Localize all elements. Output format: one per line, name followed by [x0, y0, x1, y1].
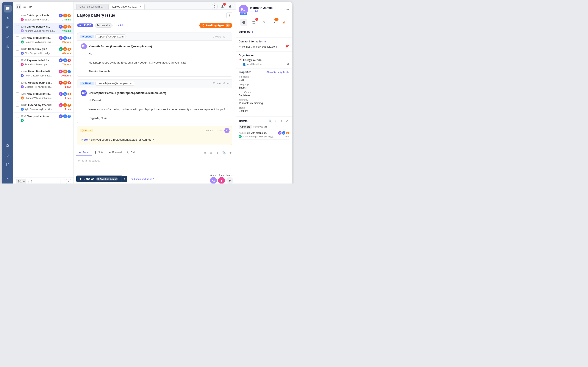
- ticket-item[interactable]: 2798 New product intro... N P 2 N: [13, 113, 74, 124]
- reply-editor[interactable]: Write a message...: [76, 157, 233, 170]
- nav-settings[interactable]: [4, 142, 12, 150]
- nav-billing[interactable]: [4, 151, 12, 159]
- kanban-view-btn[interactable]: [28, 4, 33, 9]
- attachment-btn[interactable]: 📎: [221, 150, 227, 156]
- sort-tickets-btn[interactable]: ↕: [273, 119, 278, 123]
- page-next-btn[interactable]: ›: [66, 179, 71, 184]
- expand-tickets-btn[interactable]: ⤢: [284, 119, 289, 123]
- reply-tab-forward[interactable]: Forward: [106, 150, 124, 156]
- prop-language-label: Language: [239, 83, 289, 86]
- from-text: Cameron Williamson <ca...: [25, 41, 53, 43]
- show-empty-link[interactable]: Show 5 empty fields: [266, 71, 289, 74]
- ticket-item[interactable]: 1284 Laptop battery is... K C 6 K Kennet…: [13, 23, 74, 34]
- nav-contacts[interactable]: [4, 24, 12, 32]
- msg-more-btn[interactable]: ···: [227, 82, 230, 85]
- notifications-btn[interactable]: 3: [219, 3, 225, 9]
- ticket-checkbox[interactable]: [16, 115, 19, 118]
- ticket-item[interactable]: 12849 Cancel my plan O D 5 O Ollie Dodge…: [13, 45, 74, 57]
- tag-remove-icon[interactable]: ✕: [108, 24, 111, 27]
- rp-tab-ticket[interactable]: 1: [250, 19, 258, 26]
- ticket-checkbox[interactable]: [16, 104, 19, 107]
- send-main-btn[interactable]: Send as Awaiting Agent: [76, 175, 122, 182]
- nav-back[interactable]: [4, 175, 12, 183]
- page-prev-btn[interactable]: ‹: [60, 179, 65, 184]
- ticket-checkbox[interactable]: [16, 59, 19, 62]
- add-position-icon[interactable]: [286, 62, 289, 66]
- nav-reports[interactable]: [4, 161, 12, 168]
- help-icon-btn[interactable]: ?: [212, 3, 218, 9]
- ticket-item[interactable]: 2798 Catch up call with... A S 5 S Sarah…: [13, 12, 74, 23]
- rp-tab-stats[interactable]: [281, 19, 288, 26]
- email-action-btn[interactable]: ✉: [208, 150, 214, 156]
- format-btn[interactable]: T: [215, 150, 220, 156]
- ticket-checkbox[interactable]: [16, 14, 19, 17]
- rp-more-btn[interactable]: ···: [286, 8, 289, 11]
- search-tickets-btn[interactable]: 🔍: [268, 119, 273, 123]
- contact-add-btn[interactable]: + + Add: [250, 10, 273, 13]
- technical-tag[interactable]: Technical ✕: [95, 23, 112, 28]
- ticket-item[interactable]: 12849 Updated bank det... G H 9 G Georgi…: [13, 79, 74, 90]
- ticket-item[interactable]: 12849 Demo Booked wit... H M 1 H Holly M…: [13, 68, 74, 79]
- grid-view-btn[interactable]: [16, 4, 21, 9]
- team-avatar: T: [218, 177, 225, 184]
- send-status-badge: Awaiting Agent: [96, 177, 118, 181]
- tickets-tab-open[interactable]: Open (1): [239, 125, 252, 129]
- prop-warranty-value: 11 months remaining: [239, 102, 289, 105]
- nav-chat[interactable]: [4, 5, 12, 12]
- summary-add-btn[interactable]: +: [252, 30, 254, 33]
- ticket-checkbox[interactable]: [16, 92, 19, 95]
- send-subtext[interactable]: and open next ticket ▾: [131, 177, 154, 180]
- reply-tab-email[interactable]: Email: [76, 150, 92, 156]
- agent-assign-btn[interactable]: Agent KJ: [210, 174, 217, 184]
- macro-btn[interactable]: Macro: [226, 174, 233, 184]
- status-badge[interactable]: Awaiting Agent 6: [199, 23, 232, 28]
- ticket-checkbox[interactable]: [16, 81, 19, 84]
- tab-laptop[interactable]: Laptop battery... kenneth.james@e... ✕: [109, 4, 145, 9]
- ticket-checkbox[interactable]: [16, 36, 19, 39]
- ticket-item[interactable]: 2798 New product intro... C W 3 C Charle…: [13, 90, 74, 101]
- tickets-tab-resolved[interactable]: Resolved (8): [252, 125, 269, 129]
- ticket-item[interactable]: 12849 Extend my free trial K J 7 K Kyle …: [13, 101, 74, 113]
- ticket-item[interactable]: 2798 Payment failed for... P H 9 P Paul …: [13, 57, 74, 68]
- reply-tab-call[interactable]: Call: [124, 150, 137, 156]
- list-view-btn[interactable]: [22, 4, 27, 9]
- flag-icon[interactable]: 🚩: [286, 45, 289, 49]
- msg-num: #3: [215, 129, 217, 132]
- unread-badge: 1: [68, 70, 71, 73]
- bell-btn[interactable]: [227, 3, 233, 9]
- ticket-checkbox[interactable]: [16, 48, 19, 51]
- ticket-checkbox[interactable]: [16, 25, 19, 28]
- prop-usergroup-label: User Group: [239, 91, 289, 93]
- list-tickets-btn[interactable]: ≡: [279, 119, 284, 123]
- msg-more-btn[interactable]: ···: [227, 35, 230, 38]
- more-actions-btn[interactable]: ⊕: [228, 150, 233, 156]
- nav-user[interactable]: [4, 14, 12, 22]
- page-select[interactable]: 1-2: [16, 179, 26, 184]
- add-position-row[interactable]: 👤 Add Position: [239, 62, 289, 66]
- prop-language: Language English: [239, 83, 289, 89]
- tickets-add-btn[interactable]: +: [248, 119, 250, 123]
- ticket-id: 2798: [21, 115, 26, 117]
- tickets-title: Tickets: [239, 119, 247, 123]
- rp-tab-billing[interactable]: [260, 19, 268, 26]
- ticket-list-more[interactable]: ···: [67, 5, 71, 9]
- ticket-item[interactable]: 2798 New product intro... C W 2 C Camero…: [13, 34, 74, 45]
- nav-tasks[interactable]: [4, 33, 12, 41]
- assign-buttons: Agent KJ Team T Macro: [210, 174, 233, 184]
- rp-tab-info[interactable]: [240, 19, 247, 26]
- ticket-expand-btn[interactable]: ❯: [226, 12, 232, 18]
- from-avatar: S: [21, 18, 24, 21]
- team-assign-btn[interactable]: Team T: [218, 174, 225, 184]
- trash-btn[interactable]: 🗑: [202, 150, 207, 156]
- send-dropdown-btn[interactable]: ▾: [122, 176, 127, 182]
- sub-ticket-item[interactable]: 78283 Help with setting up... W J 3 W Wi…: [239, 130, 289, 140]
- tab-catchup[interactable]: Catch up call with sarah.daniels@tec...: [76, 4, 109, 9]
- rp-tab-tasks[interactable]: 11: [271, 19, 278, 26]
- contact-info-add-btn[interactable]: +: [264, 40, 266, 43]
- reply-tab-note[interactable]: Note: [92, 150, 106, 156]
- tab-close-icon[interactable]: ✕: [139, 5, 141, 8]
- msg-more-btn[interactable]: ···: [219, 129, 222, 132]
- add-tag-btn[interactable]: + + Add: [114, 24, 126, 27]
- nav-stats[interactable]: [4, 43, 12, 50]
- ticket-checkbox[interactable]: [16, 70, 19, 73]
